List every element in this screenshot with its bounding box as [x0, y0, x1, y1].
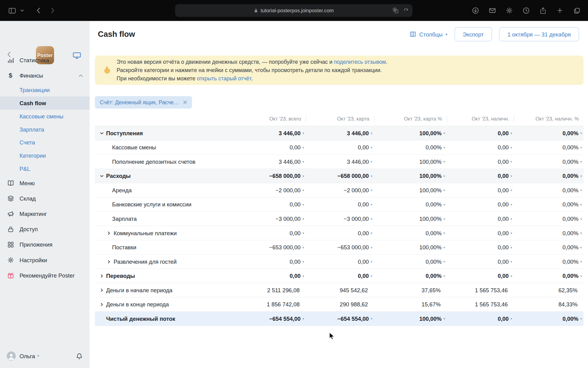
sidebar-item-finance[interactable]: $ Финансы [0, 68, 90, 83]
value-cell[interactable]: 0,00▾ [447, 240, 514, 254]
export-button[interactable]: Экспорт [454, 27, 492, 41]
sidebar-toggle-button[interactable] [7, 6, 16, 15]
sidebar-subitem-pnl[interactable]: P&L [0, 162, 90, 175]
value-cell[interactable]: 0,00%▾ [514, 255, 584, 268]
value-cell[interactable]: 0,00▾ [447, 226, 514, 240]
value-cell[interactable]: 0,00▾ [306, 226, 374, 240]
value-cell[interactable]: 0,00▾ [447, 126, 514, 140]
sidebar-subitem-cash-flow[interactable]: Cash flow [0, 97, 90, 110]
download-button[interactable] [471, 6, 480, 15]
sidebar-item-apps[interactable]: Приложения [0, 237, 90, 252]
translate-icon[interactable] [393, 7, 399, 13]
value-cell[interactable]: 0,00%▾ [514, 169, 584, 183]
sidebar-subitem-shifts[interactable]: Кассовые смены [0, 110, 90, 123]
sidebar-subitem-categories[interactable]: Категории [0, 149, 90, 162]
value-cell[interactable]: −653 000,00▾ [306, 240, 374, 254]
account-filter-chip[interactable]: Счёт: Денежный ящик, Расче… [95, 96, 192, 108]
row-label[interactable]: Деньги в конце периода [95, 297, 237, 311]
value-cell[interactable]: 0,00▾ [447, 169, 514, 183]
close-icon[interactable] [183, 100, 187, 104]
reload-icon[interactable] [403, 8, 409, 13]
chevron-down-icon[interactable] [100, 174, 104, 178]
value-cell[interactable]: 0,00%▾ [514, 126, 584, 140]
value-cell[interactable]: 0,00▾ [447, 183, 514, 197]
row-label[interactable]: Коммунальные платежи [95, 226, 237, 240]
value-cell[interactable]: 100,00%▾ [374, 126, 447, 140]
back-button[interactable] [34, 6, 43, 15]
value-cell[interactable]: 3 446,00▾ [237, 126, 306, 140]
value-cell[interactable]: 100,00%▾ [374, 240, 447, 254]
new-tab-button[interactable] [555, 6, 564, 15]
value-cell[interactable]: 0,00%▾ [374, 255, 447, 268]
value-cell[interactable]: 100,00%▾ [374, 212, 447, 226]
chevron-right-icon[interactable] [100, 288, 104, 292]
sidebar-item-stock[interactable]: Склад [0, 191, 90, 206]
url-bar[interactable]: tutorial-posterpos.joinposter.com [175, 4, 413, 17]
value-cell[interactable]: 0,00%▾ [514, 183, 584, 197]
value-cell[interactable]: 0,00▾ [447, 255, 514, 268]
banner-link[interactable]: поделитесь отзывом [334, 59, 386, 65]
value-cell[interactable]: 3 446,00▾ [306, 155, 374, 168]
value-cell[interactable]: 0,00▾ [306, 197, 374, 211]
tab-group-chevron-button[interactable] [20, 6, 25, 15]
value-cell[interactable]: −2 000,00▾ [306, 183, 374, 197]
mail-button[interactable] [488, 6, 497, 15]
value-cell[interactable]: 0,00▾ [447, 269, 514, 283]
value-cell[interactable]: 0,00%▾ [514, 140, 584, 154]
value-cell[interactable]: 0,00%▾ [514, 212, 584, 226]
history-button[interactable] [522, 6, 530, 15]
value-cell[interactable]: 0,00▾ [237, 140, 306, 154]
value-cell[interactable]: 100,00%▾ [374, 155, 447, 168]
sidebar-item-statistics[interactable]: Статистика [0, 52, 90, 68]
sidebar-item-marketing[interactable]: Маркетинг [0, 206, 90, 221]
value-cell[interactable]: 0,00▾ [447, 155, 514, 168]
forward-button[interactable] [48, 6, 57, 15]
value-cell[interactable]: −654 554,00▾ [306, 312, 374, 325]
value-cell[interactable]: 100,00%▾ [374, 169, 447, 183]
value-cell[interactable]: 0,00%▾ [374, 197, 447, 211]
value-cell[interactable]: 0,00▾ [237, 269, 306, 283]
chevron-down-icon[interactable] [100, 131, 104, 135]
value-cell[interactable]: 0,00▾ [237, 197, 306, 211]
row-label[interactable]: Переводы [95, 269, 237, 283]
chevron-right-icon[interactable] [107, 259, 111, 263]
value-cell[interactable]: −653 000,00▾ [237, 240, 306, 254]
value-cell[interactable]: −3 000,00▾ [237, 212, 306, 226]
value-cell[interactable]: 3 446,00▾ [237, 155, 306, 168]
value-cell[interactable]: 0,00▾ [447, 140, 514, 154]
value-cell[interactable]: 0,00%▾ [514, 240, 584, 254]
value-cell[interactable]: 0,00%▾ [374, 226, 447, 240]
value-cell[interactable]: −3 000,00▾ [306, 212, 374, 226]
value-cell[interactable]: 0,00▾ [447, 212, 514, 226]
user-name[interactable]: Ольга [20, 353, 35, 359]
value-cell[interactable]: 0,00%▾ [514, 226, 584, 240]
value-cell[interactable]: 0,00%▾ [514, 269, 584, 283]
avatar[interactable] [7, 351, 16, 360]
value-cell[interactable]: −658 000,00▾ [306, 169, 374, 183]
value-cell[interactable]: 0,00%▾ [514, 197, 584, 211]
sidebar-subitem-transactions[interactable]: Транзакции [0, 83, 90, 97]
value-cell[interactable]: 0,00▾ [447, 312, 514, 325]
value-cell[interactable]: 0,00▾ [306, 269, 374, 283]
value-cell[interactable]: 100,00%▾ [374, 312, 447, 325]
chevron-right-icon[interactable] [100, 302, 104, 306]
settings-button[interactable] [505, 6, 514, 15]
value-cell[interactable]: 100,00%▾ [374, 183, 447, 197]
sidebar-item-recommend[interactable]: Рекомендуйте Poster [0, 268, 90, 283]
sidebar-subitem-accounts[interactable]: Счета [0, 136, 90, 149]
chevron-right-icon[interactable] [100, 274, 104, 278]
sidebar-item-settings[interactable]: Настройки [0, 252, 90, 268]
sidebar-item-access[interactable]: Доступ [0, 221, 90, 237]
value-cell[interactable]: −654 554,00▾ [237, 312, 306, 325]
row-label[interactable]: Деньги в начале периода [95, 283, 237, 297]
value-cell[interactable]: 0,00▾ [306, 140, 374, 154]
value-cell[interactable]: −2 000,00▾ [237, 183, 306, 197]
chevron-right-icon[interactable] [107, 231, 111, 235]
value-cell[interactable]: 3 446,00▾ [306, 126, 374, 140]
row-label[interactable]: Расходы [95, 169, 237, 183]
date-range-button[interactable]: 1 октября — 31 декабря [499, 27, 579, 41]
sidebar-item-menu[interactable]: Меню [0, 175, 90, 191]
share-button[interactable] [538, 6, 547, 15]
columns-dropdown[interactable]: Столбцы ▾ [409, 31, 447, 37]
value-cell[interactable]: 0,00▾ [237, 255, 306, 268]
